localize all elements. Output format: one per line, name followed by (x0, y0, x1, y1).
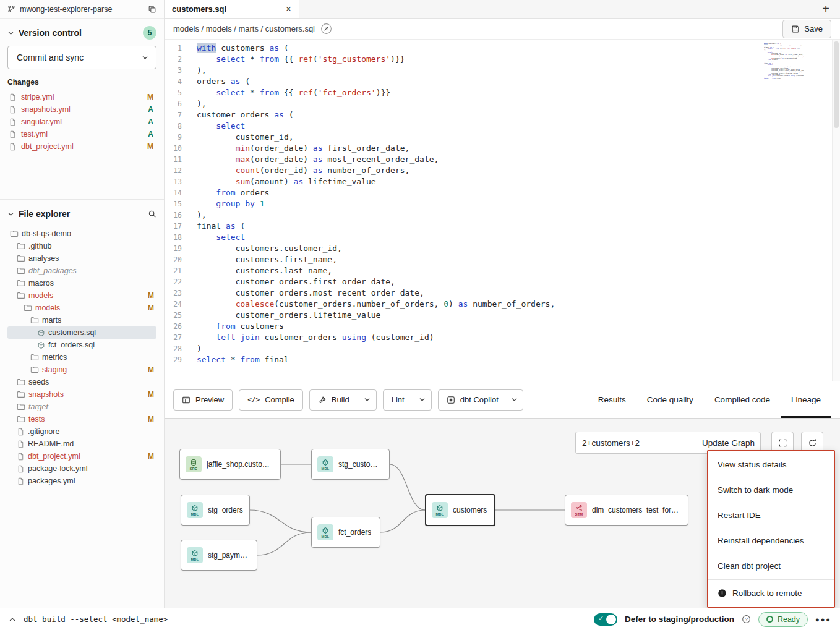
code-line[interactable]: 3), (165, 65, 832, 76)
code-line[interactable]: 14 from orders (165, 187, 832, 198)
lineage-node-stg-orders[interactable]: MDLstg_orders (181, 495, 250, 526)
tree-item-macros[interactable]: macros (7, 277, 156, 289)
changed-file-test-yml[interactable]: test.ymlA (7, 128, 156, 140)
open-link-icon[interactable] (320, 23, 332, 35)
tree-item-fct-orders-sql[interactable]: fct_orders.sql (7, 339, 156, 351)
dbt-copilot-button[interactable]: dbt Copilot (439, 390, 507, 410)
tree-item-gitignore[interactable]: .gitignore (7, 425, 156, 438)
editor-scrollbar[interactable] (832, 40, 840, 381)
code-line[interactable]: 27 left join customer_orders using (cust… (165, 332, 832, 343)
tree-item-metrics[interactable]: metrics (7, 351, 156, 364)
lineage-node-stg-customers[interactable]: MDLstg_customers (311, 449, 390, 480)
tree-item-readme-md[interactable]: README.md (7, 438, 156, 450)
tree-item-packages-yml[interactable]: packages.yml (7, 475, 156, 487)
code-line[interactable]: 12 count(order_id) as number_of_orders, (165, 165, 832, 176)
commit-options-button[interactable] (134, 46, 156, 69)
changed-file-stripe-yml[interactable]: stripe.ymlM (7, 91, 156, 103)
code-line[interactable]: 20 customers.first_name, (165, 254, 832, 265)
lint-button[interactable]: Lint (384, 390, 413, 410)
search-icon[interactable] (148, 210, 156, 218)
code-line[interactable]: 1with customers as ( (165, 43, 832, 54)
copilot-options-button[interactable] (507, 390, 523, 410)
build-options-button[interactable] (358, 390, 376, 410)
code-line[interactable]: 9 customer_id, (165, 132, 832, 143)
tree-item-customers-sql[interactable]: customers.sql (7, 326, 156, 339)
changed-file-singular-yml[interactable]: singular.ymlA (7, 116, 156, 128)
code-line[interactable]: 16), (165, 210, 832, 221)
tree-item-package-lock-yml[interactable]: package-lock.yml (7, 462, 156, 475)
help-icon[interactable]: ? (742, 615, 751, 624)
code-line[interactable]: 4orders as ( (165, 76, 832, 87)
tree-item-dbt-packages[interactable]: dbt_packages (7, 265, 156, 277)
menu-item-reinstall-dependencies[interactable]: Reinstall dependencies (708, 528, 834, 553)
code-line[interactable]: 26 from customers (165, 321, 832, 332)
tree-item-models[interactable]: modelsM (7, 302, 156, 314)
scrollbar-thumb[interactable] (834, 41, 839, 128)
changed-file-snapshots-yml[interactable]: snapshots.ymlA (7, 103, 156, 116)
menu-item-restart-ide[interactable]: Restart IDE (708, 503, 834, 528)
tab-compiled-code[interactable]: Compiled code (704, 381, 781, 418)
code-line[interactable]: 18 select (165, 232, 832, 243)
menu-item-rollback-to-remote[interactable]: Rollback to remote (708, 581, 834, 606)
lineage-node-customers[interactable]: MDLcustomers (425, 494, 495, 526)
code-line[interactable]: 23 customer_orders.most_recent_order_dat… (165, 287, 832, 299)
commit-and-sync-button[interactable]: Commit and sync (7, 46, 156, 69)
tree-item-marts[interactable]: marts (7, 314, 156, 326)
code-line[interactable]: 19 customers.customer_id, (165, 243, 832, 254)
code-line[interactable]: 17final as ( (165, 221, 832, 232)
copy-icon[interactable] (148, 5, 156, 14)
code-line[interactable]: 6), (165, 98, 832, 109)
code-line[interactable]: 28) (165, 343, 832, 354)
tree-item-db-sl-qs-demo[interactable]: db-sl-qs-demo (7, 228, 156, 240)
code-line[interactable]: 7customer_orders as ( (165, 109, 832, 121)
code-line[interactable]: 10 min(order_date) as first_order_date, (165, 143, 832, 154)
tree-item-models[interactable]: modelsM (7, 289, 156, 302)
tab-results[interactable]: Results (588, 381, 636, 418)
compile-button[interactable]: </> Compile (239, 389, 303, 411)
status-badge[interactable]: Ready (758, 612, 808, 627)
lineage-node-dim-customers-test-for-parse[interactable]: SEMdim_customers_test_for_parse (565, 495, 688, 526)
tree-item-staging[interactable]: stagingM (7, 364, 156, 376)
preview-button[interactable]: Preview (173, 389, 233, 411)
menu-item-view-status-details[interactable]: View status details (708, 452, 834, 477)
code-line[interactable]: 21 customers.last_name, (165, 265, 832, 276)
code-line[interactable]: 5 select * from {{ ref('fct_orders')}} (165, 87, 832, 98)
tab-customers-sql[interactable]: customers.sql × (165, 0, 299, 18)
code-editor[interactable]: 1with customers as (2 select * from {{ r… (165, 40, 832, 381)
lineage-node-jaffle-shop-customers[interactable]: SRCjaffle_shop.customers (179, 449, 281, 480)
lineage-selector-input[interactable] (575, 432, 696, 454)
new-tab-button[interactable]: + (812, 0, 840, 18)
tree-item-tests[interactable]: testsM (7, 413, 156, 425)
code-line[interactable]: 13 sum(amount) as lifetime_value (165, 176, 832, 187)
code-line[interactable]: 22 customer_orders.first_order_date, (165, 276, 832, 287)
save-button[interactable]: Save (782, 20, 831, 38)
lint-options-button[interactable] (413, 390, 431, 410)
menu-item-clean-dbt-project[interactable]: Clean dbt project (708, 553, 834, 579)
code-line[interactable]: 29select * from final (165, 354, 832, 365)
tab-code-quality[interactable]: Code quality (636, 381, 704, 418)
changed-file-dbt-project-yml[interactable]: dbt_project.ymlM (7, 140, 156, 153)
code-line[interactable]: 8 select (165, 121, 832, 132)
tree-item-analyses[interactable]: analyses (7, 252, 156, 265)
version-control-header[interactable]: Version control 5 (7, 25, 156, 41)
chevron-up-icon[interactable] (9, 616, 16, 623)
code-line[interactable]: 2 select * from {{ ref('stg_customers')}… (165, 54, 832, 65)
editor-minimap[interactable]: with customers as ( select * from {{ ref… (764, 43, 804, 79)
build-button[interactable]: Build (310, 390, 358, 410)
code-line[interactable]: 11 max(order_date) as most_recent_order_… (165, 154, 832, 165)
tab-lineage[interactable]: Lineage (781, 381, 831, 418)
tree-item-github[interactable]: .github (7, 240, 156, 252)
lineage-node-stg-payments[interactable]: MDLstg_payments (181, 540, 257, 571)
tree-item-seeds[interactable]: seeds (7, 376, 156, 388)
code-line[interactable]: 24 coalesce(customer_orders.number_of_or… (165, 299, 832, 310)
tree-item-dbt-project-yml[interactable]: dbt_project.ymlM (7, 450, 156, 462)
file-explorer-header[interactable]: File explorer (7, 206, 156, 222)
code-line[interactable]: 15 group by 1 (165, 198, 832, 210)
lineage-node-fct-orders[interactable]: MDLfct_orders (311, 517, 380, 548)
menu-item-switch-to-dark-mode[interactable]: Switch to dark mode (708, 477, 834, 503)
more-options-button[interactable]: ●●● (815, 616, 831, 623)
code-line[interactable]: 25 customer_orders.lifetime_value (165, 310, 832, 321)
tree-item-target[interactable]: target (7, 401, 156, 413)
tree-item-snapshots[interactable]: snapshotsM (7, 388, 156, 401)
close-icon[interactable]: × (286, 4, 291, 14)
